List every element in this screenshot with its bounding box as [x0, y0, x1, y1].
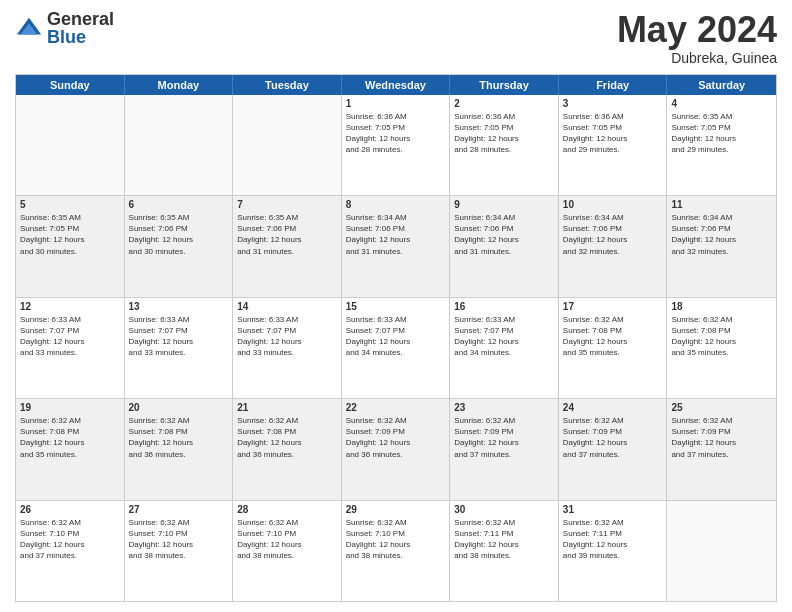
- day-details: Sunrise: 6:33 AM Sunset: 7:07 PM Dayligh…: [346, 314, 446, 359]
- day-details: Sunrise: 6:32 AM Sunset: 7:09 PM Dayligh…: [346, 415, 446, 460]
- day-details: Sunrise: 6:32 AM Sunset: 7:11 PM Dayligh…: [454, 517, 554, 562]
- logo-text: General Blue: [47, 10, 114, 46]
- calendar-cell: 6Sunrise: 6:35 AM Sunset: 7:06 PM Daylig…: [125, 196, 234, 296]
- day-details: Sunrise: 6:36 AM Sunset: 7:05 PM Dayligh…: [563, 111, 663, 156]
- logo-blue: Blue: [47, 28, 114, 46]
- header-day: Saturday: [667, 75, 776, 95]
- calendar-body: 1Sunrise: 6:36 AM Sunset: 7:05 PM Daylig…: [16, 95, 776, 601]
- header-day: Sunday: [16, 75, 125, 95]
- calendar-cell: 10Sunrise: 6:34 AM Sunset: 7:06 PM Dayli…: [559, 196, 668, 296]
- day-details: Sunrise: 6:33 AM Sunset: 7:07 PM Dayligh…: [454, 314, 554, 359]
- calendar-cell: 21Sunrise: 6:32 AM Sunset: 7:08 PM Dayli…: [233, 399, 342, 499]
- day-details: Sunrise: 6:34 AM Sunset: 7:06 PM Dayligh…: [563, 212, 663, 257]
- logo-icon: [15, 14, 43, 42]
- calendar-cell: 17Sunrise: 6:32 AM Sunset: 7:08 PM Dayli…: [559, 298, 668, 398]
- day-number: 20: [129, 402, 229, 413]
- day-details: Sunrise: 6:32 AM Sunset: 7:08 PM Dayligh…: [129, 415, 229, 460]
- day-details: Sunrise: 6:32 AM Sunset: 7:09 PM Dayligh…: [563, 415, 663, 460]
- day-number: 8: [346, 199, 446, 210]
- calendar-cell: 30Sunrise: 6:32 AM Sunset: 7:11 PM Dayli…: [450, 501, 559, 601]
- day-details: Sunrise: 6:32 AM Sunset: 7:08 PM Dayligh…: [20, 415, 120, 460]
- calendar-cell: 29Sunrise: 6:32 AM Sunset: 7:10 PM Dayli…: [342, 501, 451, 601]
- day-number: 11: [671, 199, 772, 210]
- calendar-cell: 15Sunrise: 6:33 AM Sunset: 7:07 PM Dayli…: [342, 298, 451, 398]
- day-details: Sunrise: 6:33 AM Sunset: 7:07 PM Dayligh…: [237, 314, 337, 359]
- day-number: 9: [454, 199, 554, 210]
- calendar-cell: 3Sunrise: 6:36 AM Sunset: 7:05 PM Daylig…: [559, 95, 668, 195]
- day-number: 1: [346, 98, 446, 109]
- day-number: 24: [563, 402, 663, 413]
- calendar-cell: 1Sunrise: 6:36 AM Sunset: 7:05 PM Daylig…: [342, 95, 451, 195]
- calendar-cell: [667, 501, 776, 601]
- day-details: Sunrise: 6:34 AM Sunset: 7:06 PM Dayligh…: [346, 212, 446, 257]
- calendar-cell: [125, 95, 234, 195]
- calendar-cell: 24Sunrise: 6:32 AM Sunset: 7:09 PM Dayli…: [559, 399, 668, 499]
- day-number: 29: [346, 504, 446, 515]
- day-number: 19: [20, 402, 120, 413]
- calendar-row: 5Sunrise: 6:35 AM Sunset: 7:05 PM Daylig…: [16, 196, 776, 297]
- header-day: Friday: [559, 75, 668, 95]
- calendar-cell: 18Sunrise: 6:32 AM Sunset: 7:08 PM Dayli…: [667, 298, 776, 398]
- day-number: 17: [563, 301, 663, 312]
- day-number: 30: [454, 504, 554, 515]
- day-number: 28: [237, 504, 337, 515]
- logo-general: General: [47, 10, 114, 28]
- calendar-cell: 2Sunrise: 6:36 AM Sunset: 7:05 PM Daylig…: [450, 95, 559, 195]
- calendar-cell: 7Sunrise: 6:35 AM Sunset: 7:06 PM Daylig…: [233, 196, 342, 296]
- day-details: Sunrise: 6:34 AM Sunset: 7:06 PM Dayligh…: [454, 212, 554, 257]
- day-details: Sunrise: 6:32 AM Sunset: 7:08 PM Dayligh…: [563, 314, 663, 359]
- page: General Blue May 2024 Dubreka, Guinea Su…: [0, 0, 792, 612]
- day-number: 21: [237, 402, 337, 413]
- header: General Blue May 2024 Dubreka, Guinea: [15, 10, 777, 66]
- day-number: 3: [563, 98, 663, 109]
- calendar-cell: 13Sunrise: 6:33 AM Sunset: 7:07 PM Dayli…: [125, 298, 234, 398]
- day-details: Sunrise: 6:32 AM Sunset: 7:10 PM Dayligh…: [346, 517, 446, 562]
- day-details: Sunrise: 6:35 AM Sunset: 7:05 PM Dayligh…: [671, 111, 772, 156]
- day-number: 23: [454, 402, 554, 413]
- calendar-cell: 8Sunrise: 6:34 AM Sunset: 7:06 PM Daylig…: [342, 196, 451, 296]
- calendar-cell: 12Sunrise: 6:33 AM Sunset: 7:07 PM Dayli…: [16, 298, 125, 398]
- calendar-cell: 25Sunrise: 6:32 AM Sunset: 7:09 PM Dayli…: [667, 399, 776, 499]
- month-title: May 2024: [617, 10, 777, 50]
- header-day: Thursday: [450, 75, 559, 95]
- day-details: Sunrise: 6:32 AM Sunset: 7:11 PM Dayligh…: [563, 517, 663, 562]
- day-number: 6: [129, 199, 229, 210]
- calendar-cell: 31Sunrise: 6:32 AM Sunset: 7:11 PM Dayli…: [559, 501, 668, 601]
- calendar-cell: 5Sunrise: 6:35 AM Sunset: 7:05 PM Daylig…: [16, 196, 125, 296]
- day-details: Sunrise: 6:34 AM Sunset: 7:06 PM Dayligh…: [671, 212, 772, 257]
- calendar-cell: 27Sunrise: 6:32 AM Sunset: 7:10 PM Dayli…: [125, 501, 234, 601]
- calendar-cell: 19Sunrise: 6:32 AM Sunset: 7:08 PM Dayli…: [16, 399, 125, 499]
- day-details: Sunrise: 6:32 AM Sunset: 7:10 PM Dayligh…: [237, 517, 337, 562]
- day-details: Sunrise: 6:36 AM Sunset: 7:05 PM Dayligh…: [454, 111, 554, 156]
- calendar-cell: 22Sunrise: 6:32 AM Sunset: 7:09 PM Dayli…: [342, 399, 451, 499]
- day-details: Sunrise: 6:35 AM Sunset: 7:06 PM Dayligh…: [237, 212, 337, 257]
- day-number: 16: [454, 301, 554, 312]
- calendar-row: 26Sunrise: 6:32 AM Sunset: 7:10 PM Dayli…: [16, 501, 776, 601]
- day-number: 12: [20, 301, 120, 312]
- day-number: 15: [346, 301, 446, 312]
- calendar-cell: 28Sunrise: 6:32 AM Sunset: 7:10 PM Dayli…: [233, 501, 342, 601]
- calendar: SundayMondayTuesdayWednesdayThursdayFrid…: [15, 74, 777, 602]
- day-number: 5: [20, 199, 120, 210]
- calendar-cell: 16Sunrise: 6:33 AM Sunset: 7:07 PM Dayli…: [450, 298, 559, 398]
- day-details: Sunrise: 6:36 AM Sunset: 7:05 PM Dayligh…: [346, 111, 446, 156]
- day-details: Sunrise: 6:33 AM Sunset: 7:07 PM Dayligh…: [20, 314, 120, 359]
- day-details: Sunrise: 6:35 AM Sunset: 7:05 PM Dayligh…: [20, 212, 120, 257]
- calendar-cell: 4Sunrise: 6:35 AM Sunset: 7:05 PM Daylig…: [667, 95, 776, 195]
- day-details: Sunrise: 6:32 AM Sunset: 7:08 PM Dayligh…: [671, 314, 772, 359]
- calendar-cell: [16, 95, 125, 195]
- calendar-row: 1Sunrise: 6:36 AM Sunset: 7:05 PM Daylig…: [16, 95, 776, 196]
- day-details: Sunrise: 6:32 AM Sunset: 7:10 PM Dayligh…: [129, 517, 229, 562]
- day-number: 10: [563, 199, 663, 210]
- calendar-cell: [233, 95, 342, 195]
- calendar-cell: 9Sunrise: 6:34 AM Sunset: 7:06 PM Daylig…: [450, 196, 559, 296]
- calendar-row: 19Sunrise: 6:32 AM Sunset: 7:08 PM Dayli…: [16, 399, 776, 500]
- day-number: 2: [454, 98, 554, 109]
- day-details: Sunrise: 6:32 AM Sunset: 7:08 PM Dayligh…: [237, 415, 337, 460]
- calendar-header: SundayMondayTuesdayWednesdayThursdayFrid…: [16, 75, 776, 95]
- title-area: May 2024 Dubreka, Guinea: [617, 10, 777, 66]
- subtitle: Dubreka, Guinea: [617, 50, 777, 66]
- day-details: Sunrise: 6:35 AM Sunset: 7:06 PM Dayligh…: [129, 212, 229, 257]
- day-details: Sunrise: 6:33 AM Sunset: 7:07 PM Dayligh…: [129, 314, 229, 359]
- day-number: 22: [346, 402, 446, 413]
